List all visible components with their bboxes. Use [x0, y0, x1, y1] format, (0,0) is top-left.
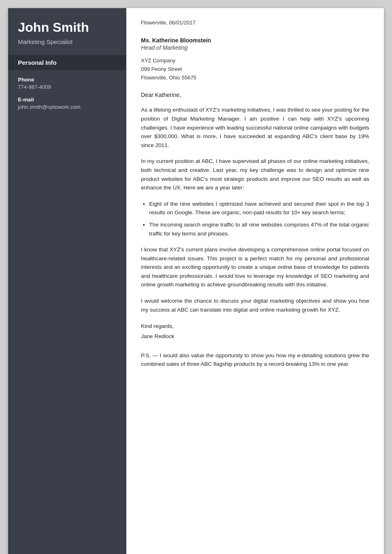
recipient-block: Ms. Katherine Bloomstein Head of Marketi…: [141, 37, 369, 82]
bullet-list: Eight of the nine websites I optimized h…: [141, 200, 369, 238]
paragraph-2: In my current position at ABC, I have su…: [141, 157, 369, 192]
closing-line1: Kind regards,: [141, 323, 174, 329]
date-line: Flowerville, 06/01/2017: [141, 20, 369, 26]
paragraph-1: As a lifelong enthusiast of XYZ's market…: [141, 106, 369, 149]
email-label: E-mail: [18, 97, 117, 103]
cover-letter-page: John Smith Marketing Specialist Personal…: [8, 8, 384, 554]
main-content: Flowerville, 06/01/2017 Ms. Katherine Bl…: [126, 8, 384, 554]
applicant-title: Marketing Specialist: [18, 38, 117, 45]
personal-info-heading: Personal Info: [8, 55, 126, 70]
salutation: Dear Katherine,: [141, 92, 369, 98]
street-address: 099 Peony Street: [141, 66, 182, 72]
phone-field: Phone 774-987-4009: [8, 77, 126, 97]
phone-label: Phone: [18, 77, 117, 83]
closing-block: Kind regards, Jane Redlock: [141, 321, 369, 341]
applicant-name: John Smith: [18, 20, 117, 35]
bullet-item-2: The incoming search engine traffic to al…: [149, 220, 369, 238]
bullet-item-1: Eight of the nine websites I optimized h…: [149, 200, 369, 217]
recipient-name: Ms. Katherine Bloomstein: [141, 37, 369, 44]
paragraph-3: I know that XYZ's current plans involve …: [141, 245, 369, 289]
recipient-address: XYZ Company 099 Peony Street Flowerville…: [141, 57, 369, 82]
company-name: XYZ Company: [141, 57, 176, 64]
paragraph-4: I would welcome the chance to discuss yo…: [141, 297, 369, 314]
closing-line2: Jane Redlock: [141, 333, 174, 339]
email-value: john.smith@uptowork.com: [18, 104, 117, 110]
sidebar: John Smith Marketing Specialist Personal…: [8, 8, 126, 554]
sidebar-header: John Smith Marketing Specialist: [8, 8, 126, 53]
ps-paragraph: P.S. — I would also value the opportunit…: [141, 351, 369, 369]
phone-value: 774-987-4009: [18, 84, 117, 90]
email-field: E-mail john.smith@uptowork.com: [8, 97, 126, 117]
city-state-zip: Flowerville, Ohio 55675: [141, 75, 196, 81]
recipient-title: Head of Marketing: [141, 44, 369, 51]
